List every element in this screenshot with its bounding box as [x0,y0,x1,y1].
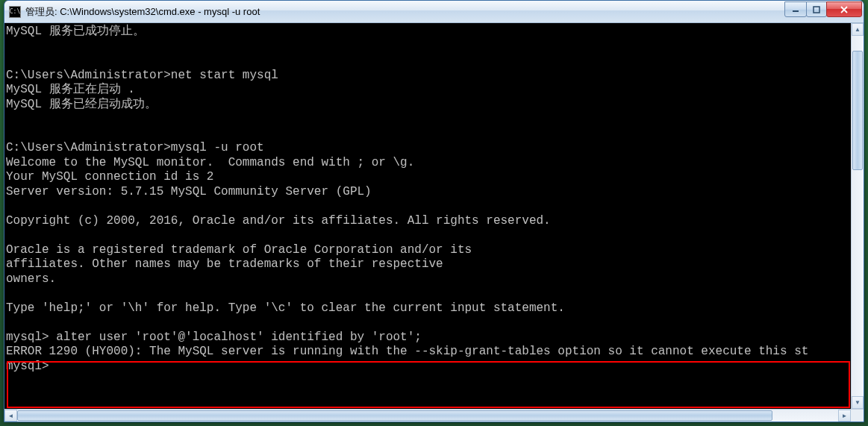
window-controls [785,1,862,17]
maximize-button[interactable] [806,1,827,17]
horizontal-scroll-track[interactable] [17,410,838,422]
cmd-icon: C:\ [9,6,21,18]
scroll-right-arrow-icon[interactable]: ► [838,410,851,422]
vertical-scroll-thumb[interactable] [852,51,863,170]
terminal-area: MySQL 服务已成功停止。 C:\Users\Administrator>ne… [4,23,864,409]
close-icon [840,6,849,13]
maximize-icon [813,6,820,13]
titlebar[interactable]: C:\ 管理员: C:\Windows\system32\cmd.exe - m… [4,1,864,23]
scroll-corner [851,410,864,422]
close-button[interactable] [826,1,862,17]
horizontal-scrollbar[interactable]: ◄ ► [4,409,864,422]
svg-rect-0 [793,10,799,12]
vertical-scroll-track[interactable] [852,36,864,396]
scroll-up-arrow-icon[interactable]: ▲ [852,23,864,36]
svg-rect-1 [814,7,819,13]
scroll-left-arrow-icon[interactable]: ◄ [4,410,17,422]
cmd-window: C:\ 管理员: C:\Windows\system32\cmd.exe - m… [4,0,864,422]
scroll-down-arrow-icon[interactable]: ▼ [852,396,864,409]
minimize-button[interactable] [784,1,807,17]
terminal-output[interactable]: MySQL 服务已成功停止。 C:\Users\Administrator>ne… [4,23,864,409]
horizontal-scroll-thumb[interactable] [17,410,772,421]
minimize-icon [792,6,799,13]
vertical-scrollbar[interactable]: ▲ ▼ [851,23,864,409]
window-title: 管理员: C:\Windows\system32\cmd.exe - mysql… [25,5,785,19]
